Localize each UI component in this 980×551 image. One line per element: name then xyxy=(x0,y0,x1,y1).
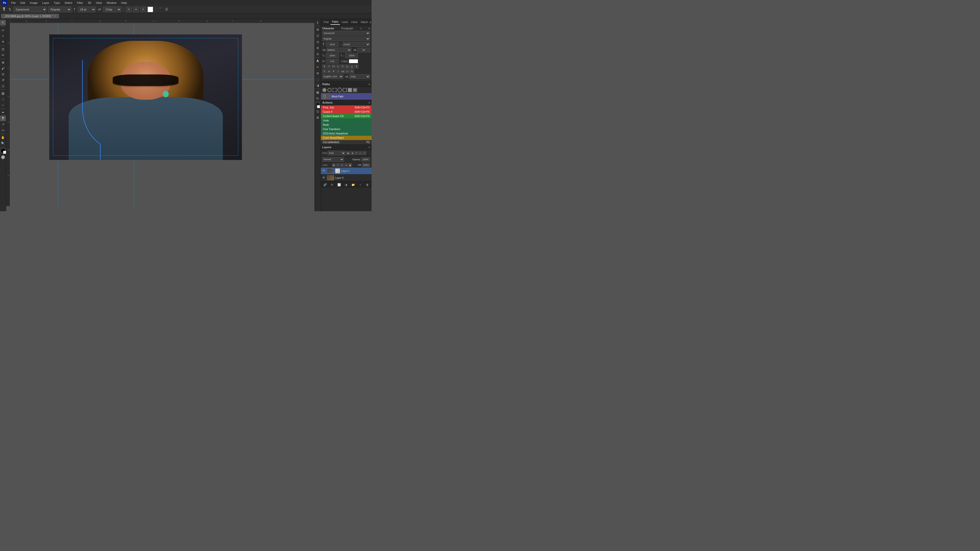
layer-item-0[interactable]: 👁 Layer 0 xyxy=(321,175,372,181)
char-leading[interactable]: (Auto) xyxy=(342,42,370,47)
layer-1-visibility[interactable]: 👁 xyxy=(322,169,326,173)
layers-menu-btn[interactable]: ≡ xyxy=(369,146,370,149)
quick-mask-btn[interactable]: ⬤ xyxy=(1,155,5,159)
paragraph-title[interactable]: Paragraph xyxy=(341,27,353,30)
fractions-btn[interactable]: ½ xyxy=(350,69,354,73)
tab-librar[interactable]: Librar xyxy=(350,20,360,24)
oldstyle-btn[interactable]: st xyxy=(327,69,331,73)
move-tool[interactable]: ↖ xyxy=(0,20,6,25)
paths-menu-btn[interactable]: ≡ xyxy=(369,83,370,86)
filter-smart-icon[interactable]: ⊙ xyxy=(363,151,366,155)
layer-0-visibility[interactable]: 👁 xyxy=(322,176,326,179)
char-panel-menu[interactable]: ≡ xyxy=(369,27,370,30)
align-center-btn[interactable]: ≡ xyxy=(133,6,139,12)
history-tool[interactable]: ↺ xyxy=(0,77,6,83)
path-add-btn[interactable]: + xyxy=(348,88,352,92)
align-left-btn[interactable]: ≡ xyxy=(126,6,132,12)
menu-layer[interactable]: Layer xyxy=(40,1,51,5)
menu-image[interactable]: Image xyxy=(28,1,40,5)
filter-shape-icon[interactable]: ▭ xyxy=(359,151,362,155)
pen-tool[interactable]: ✒ xyxy=(0,110,6,115)
tab-adjust[interactable]: Adjust xyxy=(359,20,369,24)
background-color[interactable] xyxy=(3,151,6,154)
action-freq-sep[interactable]: Freq. Sep. Shift+Ctrl+F4 xyxy=(321,105,372,110)
zoom-tool[interactable]: 🔍 xyxy=(0,141,6,146)
hand-tool[interactable]: ✋ xyxy=(0,135,6,140)
lock-transparent-btn[interactable]: ▣ xyxy=(332,163,336,167)
foreground-color[interactable] xyxy=(1,148,5,153)
lasso-tool[interactable]: ⌖ xyxy=(0,33,6,39)
smallcaps-btn[interactable]: Tₜ xyxy=(336,65,340,68)
super-btn[interactable]: T¹ xyxy=(341,65,345,68)
char-kerning[interactable]: Metrics xyxy=(326,48,352,52)
toggle-orientation-icon[interactable]: ⇅ xyxy=(8,7,12,11)
dodge-tool[interactable]: ○ xyxy=(0,102,6,108)
paths-header[interactable]: Paths ≡ xyxy=(321,82,372,87)
menu-file[interactable]: File xyxy=(9,1,18,5)
menu-select[interactable]: Select xyxy=(62,1,75,5)
fx-btn[interactable]: fx xyxy=(330,183,334,187)
marquee-tool[interactable]: ▭ xyxy=(0,27,6,33)
fx-icon[interactable]: fx xyxy=(315,96,321,101)
path-rect-btn[interactable] xyxy=(343,88,347,92)
new-group-btn[interactable]: 📁 xyxy=(351,183,355,187)
crop-tool[interactable]: ⊡ xyxy=(0,46,6,52)
path-diamond-btn[interactable] xyxy=(337,87,343,93)
ligature-btn[interactable]: fi xyxy=(322,69,326,73)
smart-radius-icon[interactable]: ◎ xyxy=(315,39,321,44)
filter-type-icon[interactable]: T xyxy=(355,151,358,155)
blur-tool[interactable]: ◌ xyxy=(0,97,6,102)
char-font-family[interactable]: Garamond xyxy=(322,31,370,35)
menu-window[interactable]: Window xyxy=(104,1,118,5)
actions-menu-btn[interactable]: ≡ xyxy=(369,101,370,104)
adjust-icon[interactable]: ◑ xyxy=(315,83,321,88)
menu-filter[interactable]: Filter xyxy=(75,1,85,5)
bold-btn[interactable]: T xyxy=(322,65,326,68)
eraser-tool[interactable]: ◻ xyxy=(0,83,6,89)
fill-input[interactable] xyxy=(362,163,370,167)
brush-options-icon[interactable]: ✏ xyxy=(315,64,321,70)
zoom-fill-icon[interactable]: ⊠ xyxy=(315,115,321,121)
discretionary-btn[interactable]: fl xyxy=(331,69,336,73)
type-tool[interactable]: T xyxy=(0,116,6,121)
char-font-style[interactable]: Regular xyxy=(322,37,370,41)
blend-mode-select[interactable]: Normal xyxy=(322,157,344,162)
type-icon[interactable]: A xyxy=(315,58,321,64)
select-subject-icon[interactable]: ⊡ xyxy=(315,33,321,38)
char-language[interactable]: English: USA xyxy=(322,74,343,79)
action-guass[interactable]: Guass 8 Shift+Ctrl+F5 xyxy=(321,110,372,114)
path-select-tool[interactable]: ↗ xyxy=(0,121,6,127)
layers-filter-select[interactable]: Kind xyxy=(328,151,345,156)
refine-icon[interactable]: ⊘ xyxy=(315,51,321,57)
gradient-tool[interactable]: ▨ xyxy=(0,91,6,96)
brush-tool[interactable]: 🖌 xyxy=(0,65,6,71)
path-dashed-rect-btn[interactable] xyxy=(332,88,337,92)
char-font-size[interactable] xyxy=(326,42,339,47)
bg-swatch[interactable] xyxy=(317,105,320,108)
warp-text-icon[interactable]: ⌒ xyxy=(158,7,163,12)
menu-view[interactable]: View xyxy=(94,1,104,5)
filter-pixel-icon[interactable]: ▣ xyxy=(346,151,350,155)
char-scale-v[interactable] xyxy=(326,53,339,58)
select-and-mask-icon[interactable]: ⊗ xyxy=(315,45,321,51)
align-right-btn[interactable]: ≡ xyxy=(140,6,146,12)
new-layer-btn[interactable]: + xyxy=(358,183,363,187)
action-free-transform[interactable]: Free Transform xyxy=(321,127,372,131)
opacity-input[interactable] xyxy=(361,157,370,162)
panel-collapse-btn[interactable]: ⟫ xyxy=(315,20,321,25)
path-delete-btn[interactable]: ✕ xyxy=(353,88,357,92)
action-redo[interactable]: Redo xyxy=(321,123,372,127)
underline-btn[interactable]: T xyxy=(350,65,354,68)
lock-paint-btn[interactable]: ✏ xyxy=(336,163,340,167)
delete-layer-btn[interactable]: 🗑 xyxy=(365,183,369,187)
zoom-fit-icon[interactable]: ⊡ xyxy=(315,109,321,114)
italic-btn[interactable]: T xyxy=(327,65,331,68)
canvas-main[interactable] xyxy=(10,23,314,206)
char-panel-expand[interactable]: » xyxy=(360,27,362,30)
tab-close-btn[interactable]: ✕ xyxy=(54,15,56,17)
shape-tool[interactable]: ▭ xyxy=(0,127,6,133)
tab-paths[interactable]: Paths xyxy=(331,19,340,25)
sub-btn[interactable]: T₁ xyxy=(345,65,349,68)
panel-menu-btn[interactable]: ≡ xyxy=(369,21,371,24)
link-layers-btn[interactable]: 🔗 xyxy=(323,183,328,187)
